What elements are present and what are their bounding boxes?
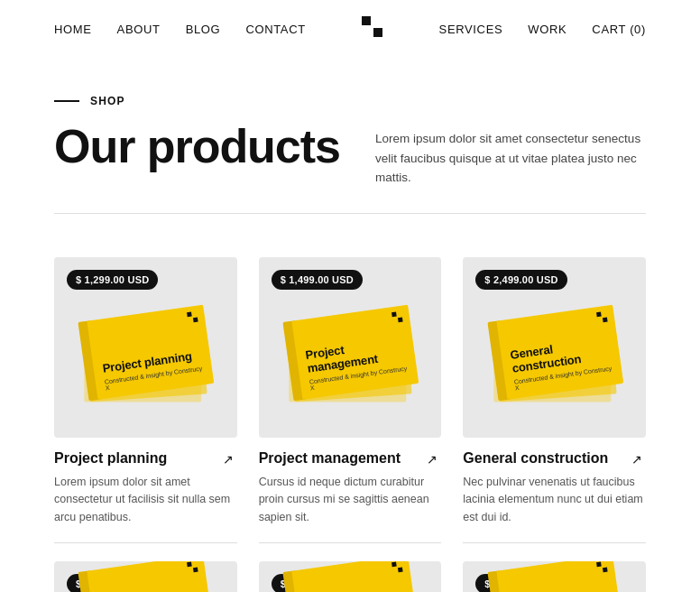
- product-info-row: Project planning ↗: [54, 450, 237, 468]
- shop-label: SHOP: [54, 95, 646, 107]
- logo-cell: [373, 16, 382, 25]
- product-card[interactable]: $ 1,499.00 USD Project management Cons: [259, 257, 442, 543]
- arrow-icon[interactable]: ↗: [423, 450, 441, 468]
- product-name: Project planning: [54, 450, 167, 467]
- nav-about[interactable]: ABOUT: [117, 23, 161, 36]
- shop-section: SHOP Our products Lorem ipsum dolor sit …: [0, 59, 700, 257]
- nav-services[interactable]: SERVICES: [439, 23, 503, 36]
- product-description: Lorem ipsum dolor sit amet consectetur u…: [54, 474, 237, 543]
- product-card[interactable]: $ 1,299.00 USD Project planning Constr: [54, 257, 237, 543]
- nav-contact[interactable]: CONTACT: [245, 23, 305, 36]
- product-description: Cursus id neque dictum curabitur proin c…: [259, 474, 442, 543]
- product-image: $ 1,199.00 USD Management Constructed: [259, 561, 442, 592]
- product-image: $ 999.00 USD Planning Constructed & in: [463, 561, 646, 592]
- nav-blog[interactable]: BLOG: [186, 23, 221, 36]
- product-card[interactable]: $ 2,499.00 USD General construction Co: [463, 257, 646, 543]
- product-info-row: General construction ↗: [463, 450, 646, 468]
- price-badge: $ 1,499.00 USD: [272, 270, 363, 290]
- nav-right: SERVICES WORK CART (0): [439, 23, 646, 36]
- nav-home[interactable]: HOME: [54, 23, 92, 36]
- page-title: Our products: [54, 122, 340, 171]
- logo-cell: [362, 28, 371, 37]
- product-name: Project management: [259, 450, 401, 467]
- product-info-row: Project management ↗: [259, 450, 442, 468]
- nav-cart[interactable]: CART (0): [592, 23, 646, 36]
- logo-cell: [362, 16, 371, 25]
- navbar: HOME ABOUT BLOG CONTACT SERVICES WORK CA…: [0, 0, 700, 59]
- price-badge: $ 2,499.00 USD: [475, 270, 566, 290]
- product-card[interactable]: $999.00 USD Planning Constructed & ins: [54, 561, 237, 592]
- product-name: General construction: [463, 450, 608, 467]
- price-badge: $ 1,299.00 USD: [67, 270, 158, 290]
- shop-description: Lorem ipsum dolor sit amet consectetur s…: [375, 122, 646, 188]
- nav-work[interactable]: WORK: [528, 23, 566, 36]
- nav-left: HOME ABOUT BLOG CONTACT: [54, 23, 306, 36]
- product-image: $ 2,499.00 USD General construction Co: [463, 257, 646, 438]
- products-grid-bottom: $999.00 USD Planning Constructed & ins: [0, 561, 700, 592]
- logo[interactable]: [362, 16, 382, 42]
- arrow-icon[interactable]: ↗: [219, 450, 237, 468]
- arrow-icon[interactable]: ↗: [628, 450, 646, 468]
- products-grid: $ 1,299.00 USD Project planning Constr: [0, 257, 700, 570]
- product-card[interactable]: $ 999.00 USD Planning Constructed & in: [463, 561, 646, 592]
- logo-cell: [373, 28, 382, 37]
- product-card[interactable]: $ 1,199.00 USD Management Constructed: [259, 561, 442, 592]
- product-description: Nec pulvinar venenatis ut faucibus lacin…: [463, 474, 646, 543]
- shop-header: Our products Lorem ipsum dolor sit amet …: [54, 122, 646, 214]
- product-image: $ 1,499.00 USD Project management Cons: [259, 257, 442, 438]
- product-image: $ 1,299.00 USD Project planning Constr: [54, 257, 237, 438]
- product-image: $999.00 USD Planning Constructed & ins: [54, 561, 237, 592]
